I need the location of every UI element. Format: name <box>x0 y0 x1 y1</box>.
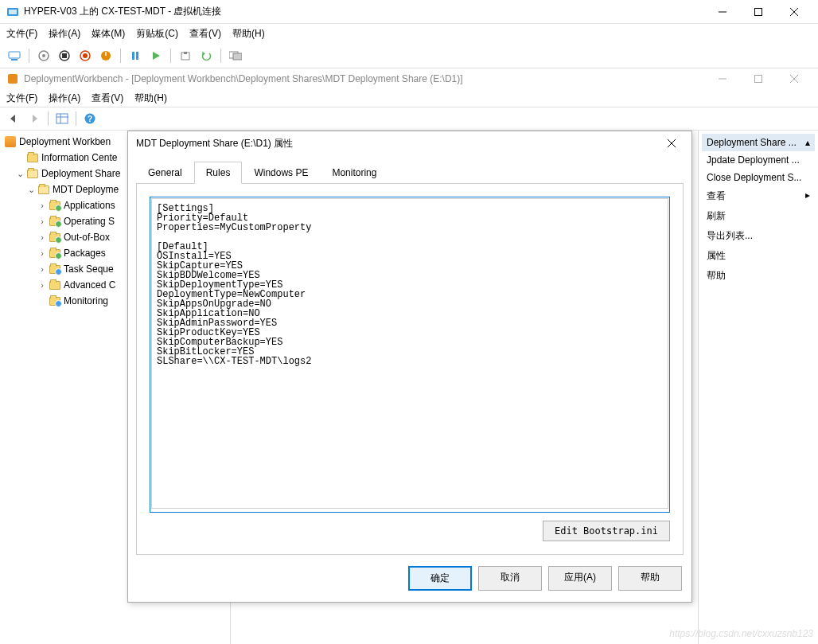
edit-bootstrap-button[interactable]: Edit Bootstrap.ini <box>543 521 670 541</box>
close-button[interactable] <box>776 1 812 23</box>
cancel-button[interactable]: 取消 <box>478 566 542 591</box>
folder-icon <box>27 154 38 162</box>
svg-rect-6 <box>9 52 20 58</box>
collapse-icon[interactable]: ⌄ <box>25 185 37 195</box>
mmc-nav-toolbar: ? <box>0 107 818 131</box>
ctrl-alt-del-icon[interactable] <box>6 48 22 64</box>
svg-rect-25 <box>754 76 762 83</box>
svg-rect-7 <box>11 59 18 60</box>
rules-focus-border <box>150 197 670 513</box>
folder-icon <box>49 265 60 274</box>
hv-menu-media[interactable]: 媒体(M) <box>92 27 125 41</box>
ok-button[interactable]: 确定 <box>408 566 472 591</box>
folder-icon <box>49 249 60 258</box>
svg-text:?: ? <box>88 115 92 123</box>
action-close[interactable]: Close Deployment S... <box>702 169 815 186</box>
svg-rect-22 <box>233 53 242 60</box>
collapse-icon[interactable]: ▴ <box>805 137 810 148</box>
action-refresh[interactable]: 刷新 <box>702 206 815 226</box>
hv-menu-file[interactable]: 文件(F) <box>6 27 37 41</box>
tab-general[interactable]: General <box>136 162 194 184</box>
svg-marker-28 <box>10 115 15 123</box>
svg-rect-16 <box>132 52 134 60</box>
tab-rules[interactable]: Rules <box>194 162 243 184</box>
dialog-title-text: MDT Deployment Share (E:\D1) 属性 <box>136 137 660 150</box>
separator <box>29 49 29 63</box>
chevron-right-icon: ▸ <box>805 189 810 203</box>
mmc-menu-view[interactable]: 查看(V) <box>92 92 123 105</box>
mmc-menubar: 文件(F) 操作(A) 查看(V) 帮助(H) <box>0 89 818 107</box>
actions-header-text: Deployment Share ... <box>707 137 797 148</box>
mmc-menu-file[interactable]: 文件(F) <box>6 92 37 105</box>
mmc-maximize-button[interactable] <box>740 68 776 90</box>
svg-point-9 <box>42 54 45 57</box>
expand-icon[interactable]: › <box>37 248 48 258</box>
checkpoint-icon[interactable] <box>177 48 193 64</box>
pause-icon[interactable] <box>127 48 143 64</box>
svg-marker-29 <box>33 115 37 123</box>
expand-icon[interactable]: › <box>37 232 48 242</box>
separator <box>120 49 121 63</box>
mmc-menu-action[interactable]: 操作(A) <box>49 92 80 105</box>
folder-icon <box>49 297 60 306</box>
minimize-button[interactable] <box>704 1 740 23</box>
expand-icon[interactable]: › <box>37 280 48 290</box>
svg-rect-17 <box>136 52 138 60</box>
action-update[interactable]: Jpdate Deployment ... <box>702 151 815 169</box>
actions-header[interactable]: Deployment Share ... ▴ <box>702 134 815 151</box>
action-export[interactable]: 导出列表... <box>702 226 815 246</box>
dialog-close-button[interactable] <box>660 133 684 154</box>
hv-menu-action[interactable]: 操作(A) <box>49 27 80 41</box>
folder-open-icon <box>38 185 49 194</box>
action-properties[interactable]: 属性 <box>702 246 815 266</box>
svg-point-13 <box>83 53 88 58</box>
action-help[interactable]: 帮助 <box>702 266 815 286</box>
tab-windows-pe[interactable]: Windows PE <box>242 162 320 184</box>
play-icon[interactable] <box>148 48 164 64</box>
hv-menu-view[interactable]: 查看(V) <box>189 27 221 41</box>
enhanced-session-icon[interactable] <box>228 48 243 64</box>
mmc-minimize-button[interactable] <box>704 68 740 90</box>
tab-body: Edit Bootstrap.ini <box>136 183 684 555</box>
show-hide-icon[interactable] <box>53 110 71 127</box>
mmc-close-button[interactable] <box>776 68 812 90</box>
expand-icon[interactable]: › <box>37 264 48 274</box>
hyperv-window-controls <box>704 1 812 23</box>
turnoff-icon[interactable] <box>56 48 72 64</box>
apply-button[interactable]: 应用(A) <box>548 566 612 591</box>
dialog-titlebar: MDT Deployment Share (E:\D1) 属性 <box>128 131 691 155</box>
dialog-tabbar: General Rules Windows PE Monitoring <box>128 155 691 184</box>
expand-icon[interactable]: › <box>37 201 48 210</box>
properties-dialog: MDT Deployment Share (E:\D1) 属性 General … <box>127 131 692 603</box>
mmc-titlebar: DeploymentWorkbench - [Deployment Workbe… <box>0 68 818 89</box>
back-icon[interactable] <box>5 110 22 127</box>
watermark-text: https://blog.csdn.net/cxxuzsnb123 <box>669 628 813 639</box>
action-view[interactable]: 查看▸ <box>702 186 815 206</box>
start-icon[interactable] <box>36 48 52 64</box>
shutdown-icon[interactable] <box>77 48 93 64</box>
revert-icon[interactable] <box>198 48 214 64</box>
collapse-icon[interactable]: ⌄ <box>14 169 25 179</box>
folder-icon <box>49 217 60 226</box>
content-panel: MDT Deployment Share (E:\D1) 属性 General … <box>231 131 699 644</box>
separator <box>170 49 171 63</box>
hv-menu-clipboard[interactable]: 剪贴板(C) <box>136 27 178 41</box>
tab-monitoring[interactable]: Monitoring <box>320 162 388 184</box>
help-icon[interactable]: ? <box>81 110 99 127</box>
hv-menu-help[interactable]: 帮助(H) <box>232 27 265 41</box>
folder-icon <box>49 233 60 242</box>
svg-rect-11 <box>62 53 67 58</box>
svg-rect-1 <box>9 10 17 14</box>
hyperv-icon <box>6 6 19 18</box>
expand-icon[interactable]: › <box>37 217 48 226</box>
rules-textarea[interactable] <box>151 198 668 509</box>
reset-icon[interactable] <box>98 48 114 64</box>
forward-icon[interactable] <box>25 110 43 127</box>
mmc-menu-help[interactable]: 帮助(H) <box>134 92 167 105</box>
maximize-button[interactable] <box>740 1 776 23</box>
svg-rect-23 <box>8 74 18 84</box>
hyperv-toolbar <box>0 43 818 68</box>
help-button[interactable]: 帮助 <box>618 566 682 591</box>
hyperv-titlebar: HYPER-V03 上的 CX-TEST-MDT - 虚拟机连接 <box>0 0 818 24</box>
mdt-icon <box>6 72 19 85</box>
